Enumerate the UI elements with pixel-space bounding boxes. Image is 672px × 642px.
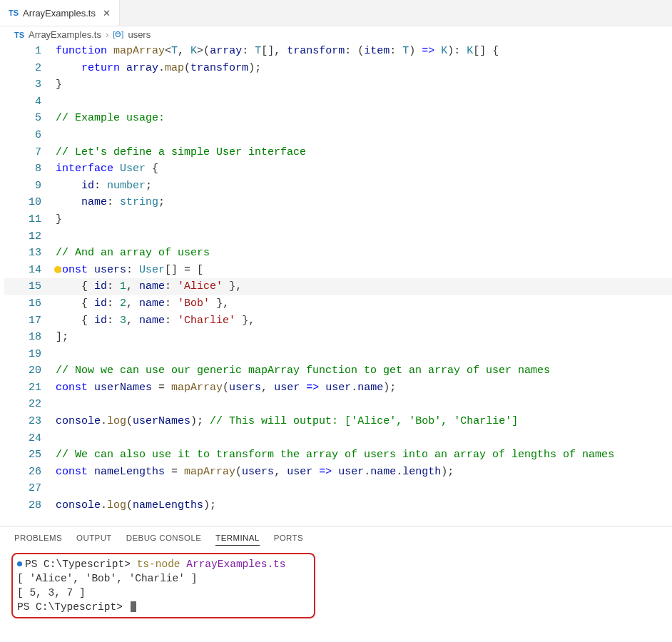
variable-icon: [ϴ]	[113, 30, 123, 39]
chevron-right-icon: ›	[106, 29, 108, 40]
typescript-icon: TS	[14, 31, 24, 39]
tab-debug-console[interactable]: DEBUG CONSOLE	[126, 534, 202, 546]
editor-tabbar: TS ArrayExamples.ts ✕	[0, 0, 672, 26]
code-line: interface User {	[56, 160, 672, 178]
tab-problems[interactable]: PROBLEMS	[14, 534, 62, 546]
code-line: }	[56, 211, 672, 228]
close-icon[interactable]: ✕	[103, 8, 111, 19]
code-line: { id: 1, name: 'Alice' },	[56, 278, 672, 295]
code-line: ];	[56, 329, 672, 346]
code-line: // Let's define a simple User interface	[56, 144, 672, 161]
code-line: const userNames = mapArray(users, user =…	[56, 379, 672, 397]
prompt: PS C:\Typescript>	[17, 601, 129, 613]
code-line: // Now we can use our generic mapArray f…	[56, 362, 672, 379]
prompt: PS C:\Typescript>	[25, 559, 137, 570]
code-line: console.log(nameLengths);	[56, 497, 672, 514]
code-line: // Example usage:	[56, 110, 672, 127]
breadcrumb-file: ArrayExamples.ts	[29, 29, 101, 40]
code-line: function mapArray<T, K>(array: T[], tran…	[56, 43, 672, 60]
tab-title: ArrayExamples.ts	[23, 8, 96, 19]
highlighted-output: PS C:\Typescript> ts-node ArrayExamples.…	[11, 553, 315, 618]
lightbulb-icon[interactable]	[54, 266, 61, 273]
typescript-icon: TS	[9, 9, 19, 17]
tab-ports[interactable]: PORTS	[274, 534, 303, 546]
code-line: name: string;	[56, 194, 672, 211]
terminal-output: [ 5, 3, 7 ]	[17, 586, 308, 600]
terminal-output: [ 'Alice', 'Bob', 'Charlie' ]	[17, 571, 308, 586]
code-editor[interactable]: 1function mapArray<T, K>(array: T[], tra…	[0, 43, 672, 514]
code-line: return array.map(transform);	[56, 60, 672, 77]
code-line: // And an array of users	[56, 245, 672, 262]
status-dot-icon	[17, 561, 22, 566]
breadcrumb-symbol: users	[128, 29, 151, 40]
terminal-panel[interactable]: PS C:\Typescript> ts-node ArrayExamples.…	[0, 550, 672, 627]
cursor-icon	[131, 601, 136, 612]
code-line: // We can also use it to transform the a…	[56, 447, 672, 464]
editor-tab-arrayexamples[interactable]: TS ArrayExamples.ts ✕	[0, 0, 120, 26]
panel-tabs: PROBLEMS OUTPUT DEBUG CONSOLE TERMINAL P…	[0, 526, 672, 550]
code-line: const users: User[] = [	[56, 262, 672, 279]
code-line: { id: 2, name: 'Bob' },	[56, 295, 672, 312]
line-number: 1	[4, 43, 56, 60]
breadcrumb[interactable]: TS ArrayExamples.ts › [ϴ] users	[0, 26, 672, 43]
code-line: }	[56, 76, 672, 93]
code-line: { id: 3, name: 'Charlie' },	[56, 312, 672, 330]
tab-terminal[interactable]: TERMINAL	[215, 534, 259, 546]
tab-output[interactable]: OUTPUT	[76, 534, 112, 546]
code-line: const nameLengths = mapArray(users, user…	[56, 464, 672, 481]
code-line: console.log(userNames); // This will out…	[56, 413, 672, 430]
code-line: id: number;	[56, 178, 672, 195]
